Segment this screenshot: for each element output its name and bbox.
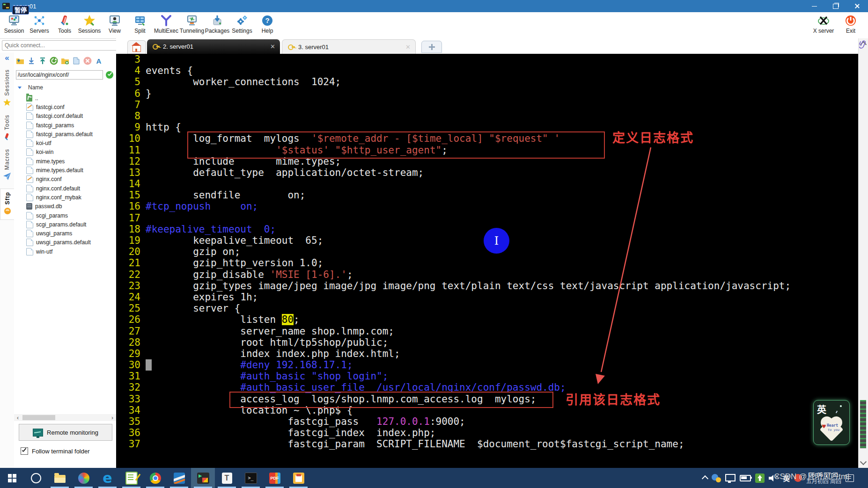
follow-terminal-folder-row[interactable]: Follow terminal folder xyxy=(21,447,90,455)
terminal[interactable]: 3 4 events { 5 worker_connections 1024; … xyxy=(116,54,859,468)
file-row[interactable]: win-utf xyxy=(14,247,116,256)
tray-expand-icon[interactable] xyxy=(703,475,707,481)
file-row[interactable]: koi-utf xyxy=(14,138,116,147)
menu-item-view[interactable]: View xyxy=(102,14,127,34)
sidebar-tab-sessions[interactable]: Sessions xyxy=(0,69,14,108)
taskbar-pdf-reader[interactable]: PDF xyxy=(263,468,287,488)
download-icon[interactable] xyxy=(27,57,36,65)
ime-skin-badge: 英 ♥ Heart to you xyxy=(813,400,850,445)
menu-item-session[interactable]: Session xyxy=(1,14,27,34)
encoding-icon[interactable]: A xyxy=(95,57,103,65)
taskbar-file-explorer[interactable] xyxy=(48,468,72,488)
close-tab-icon[interactable]: ✕ xyxy=(270,43,275,50)
file-row[interactable]: fastcgi.conf xyxy=(14,102,116,111)
menu-item-tunneling[interactable]: Tunneling xyxy=(179,14,205,34)
follow-terminal-checkbox[interactable] xyxy=(21,447,28,455)
tray-volume-muted-icon[interactable]: ✕ xyxy=(769,475,779,481)
taskbar-notepadpp[interactable] xyxy=(119,468,143,488)
file-row[interactable]: mime.types xyxy=(14,157,116,166)
go-up-folder-icon[interactable] xyxy=(16,57,24,65)
paperclip-icon[interactable] xyxy=(859,40,867,49)
notification-center-icon[interactable] xyxy=(846,474,854,482)
taskbar-vmware[interactable] xyxy=(167,468,191,488)
path-ok-icon[interactable] xyxy=(106,71,113,79)
taskbar-typora[interactable]: T xyxy=(215,468,239,488)
terminal-line: 36 fastcgi_index index.php; xyxy=(116,427,859,438)
annotation-define-log-format: 定义日志格式 xyxy=(612,128,694,146)
tray-clock[interactable]: 06-06 17:31 五月初四 周四 xyxy=(806,472,841,485)
monitoring-icon xyxy=(33,429,43,437)
tray-qq-icon[interactable] xyxy=(712,474,721,482)
menu-item-exit[interactable]: Exit xyxy=(837,14,864,34)
taskbar-photos-app[interactable] xyxy=(72,468,96,488)
menu-item-settings[interactable]: Settings xyxy=(229,14,255,34)
file-row[interactable]: koi-win xyxy=(14,148,116,157)
recorder-pause-badge[interactable]: 暂停 xyxy=(12,6,29,15)
menu-item-packages[interactable]: Packages xyxy=(204,14,230,34)
menu-item-help[interactable]: ? Help xyxy=(255,14,280,34)
file-row[interactable]: nginx.conf xyxy=(14,175,116,184)
delete-icon[interactable] xyxy=(83,57,92,65)
file-row[interactable]: scgi_params.default xyxy=(14,220,116,229)
cortana-button[interactable] xyxy=(24,468,48,488)
horizontal-scrollbar[interactable]: ‹ › xyxy=(14,414,116,421)
file-row[interactable]: uwsgi_params.default xyxy=(14,238,116,247)
file-row[interactable]: passwd.db xyxy=(14,202,116,211)
scroll-left-icon[interactable]: ‹ xyxy=(14,415,22,421)
file-row[interactable]: fastcgi_params.default xyxy=(14,130,116,138)
file-list-header[interactable]: Name xyxy=(18,84,43,91)
taskbar-mobaxterm[interactable] xyxy=(191,468,215,488)
menu-item-split[interactable]: Split xyxy=(127,14,153,34)
taskbar-chrome[interactable] xyxy=(143,468,167,488)
file-row[interactable]: scgi_params xyxy=(14,211,116,220)
menu-item-tools[interactable]: Tools xyxy=(52,14,77,34)
new-folder-icon[interactable] xyxy=(61,57,69,65)
scrollbar-thumb[interactable] xyxy=(860,400,866,448)
tab-server01-3[interactable]: 3. server01 ✕ xyxy=(282,39,416,54)
scroll-right-icon[interactable]: › xyxy=(109,415,116,421)
file-row[interactable]: fastcgi.conf.default xyxy=(14,112,116,121)
close-button[interactable] xyxy=(846,0,868,12)
file-row[interactable]: uwsgi_params xyxy=(14,229,116,238)
taskbar-cmd[interactable]: >_ xyxy=(239,468,263,488)
scroll-down-icon[interactable] xyxy=(860,459,867,465)
maximize-button[interactable] xyxy=(825,0,846,12)
tray-csdn-icon[interactable] xyxy=(794,474,802,482)
file-row[interactable]: fastcgi_params xyxy=(14,121,116,130)
file-row[interactable]: nginx.conf_mybak xyxy=(14,193,116,202)
vertical-scrollbar[interactable] xyxy=(858,38,868,468)
menu-item-multiexec[interactable]: MultiExec xyxy=(153,14,180,34)
refresh-icon[interactable] xyxy=(50,57,58,65)
menu-item-sessions[interactable]: Sessions xyxy=(77,14,102,34)
menu-item-servers[interactable]: Servers xyxy=(27,14,52,34)
collapse-sidebar-button[interactable]: « xyxy=(0,53,14,63)
file-row[interactable]: .. xyxy=(14,94,116,102)
taskbar-notes-app[interactable] xyxy=(287,468,310,488)
tray-battery-icon[interactable] xyxy=(740,475,751,481)
new-tab-button[interactable] xyxy=(421,41,442,53)
sidebar-tab-sftp[interactable]: Sftp xyxy=(0,189,14,220)
quick-connect-input[interactable] xyxy=(2,40,118,51)
file-row[interactable]: nginx.conf.default xyxy=(14,184,116,193)
start-button[interactable] xyxy=(0,468,24,488)
terminal-line: 6 } xyxy=(116,88,859,99)
sidebar-tab-macros[interactable]: Macros xyxy=(0,149,14,182)
remote-monitoring-button[interactable]: Remote monitoring xyxy=(19,424,112,441)
tray-ime-indicator[interactable]: 英 xyxy=(783,473,790,483)
file-row[interactable]: mime.types.default xyxy=(14,166,116,175)
tray-network-icon[interactable] xyxy=(725,475,736,481)
file-name: mime.types xyxy=(36,158,65,165)
file-list: .. fastcgi.conf fastcgi.conf.default fas… xyxy=(14,94,116,256)
sidebar-tab-tools[interactable]: Tools xyxy=(0,115,14,142)
tray-updater-icon[interactable] xyxy=(755,473,765,483)
minimize-button[interactable] xyxy=(803,0,825,12)
new-file-icon[interactable] xyxy=(72,57,81,65)
taskbar-edge[interactable]: e xyxy=(96,468,119,488)
close-tab-icon[interactable]: ✕ xyxy=(405,44,411,51)
home-tab[interactable] xyxy=(127,40,146,54)
scrollbar-thumb[interactable] xyxy=(22,415,55,420)
upload-icon[interactable] xyxy=(38,57,47,65)
tab-server01-2[interactable]: 2. server01 ✕ xyxy=(147,39,280,54)
sftp-path-input[interactable] xyxy=(16,70,103,80)
menu-item-x-server[interactable]: X server xyxy=(810,14,837,34)
